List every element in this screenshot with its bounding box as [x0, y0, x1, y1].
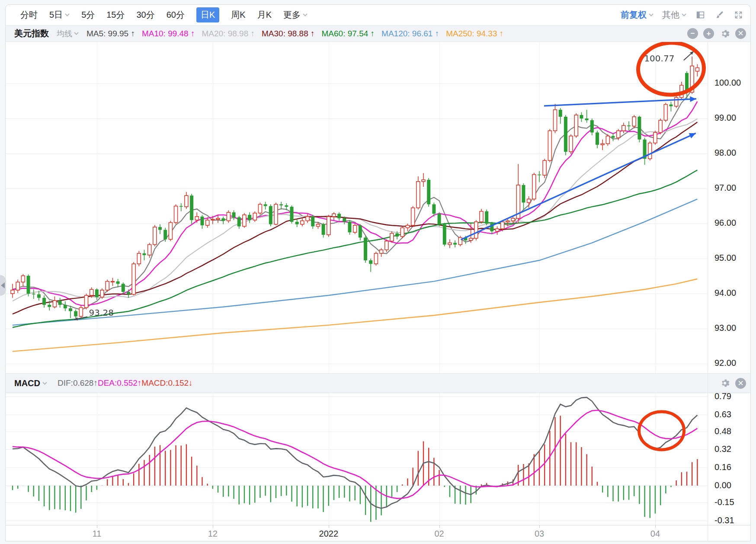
- price-axis-label: 92.00: [714, 358, 736, 368]
- zoom-in-icon[interactable]: +: [703, 28, 714, 39]
- price-axis-label: 100.00: [714, 78, 741, 88]
- price-axis-label: 98.00: [714, 148, 736, 158]
- ma-value: MA10: 99.48 ↑: [142, 29, 195, 38]
- timeframe-tab-label: 60分: [167, 9, 185, 21]
- month-tick: [539, 525, 540, 528]
- macd-panel-icons: ✕: [719, 378, 746, 389]
- price-axis-label: 96.00: [714, 218, 736, 228]
- timeframe-tab-label: 5日: [49, 9, 63, 21]
- chevron-down-icon: [649, 13, 653, 16]
- timeframe-tab-label: 日K: [201, 9, 215, 21]
- chevron-down-icon: [42, 382, 47, 385]
- chevron-down-icon: [303, 13, 308, 16]
- timeframe-tab-label: 月K: [257, 9, 272, 21]
- macd-chart[interactable]: [6, 393, 708, 525]
- timeframe-tab[interactable]: 30分: [137, 9, 155, 21]
- timeframe-tab-label: 30分: [137, 9, 155, 21]
- month-tick: [439, 525, 440, 528]
- macd-axis-label: 0.79: [714, 391, 731, 401]
- main-price-chart[interactable]: [6, 42, 708, 373]
- indicator-bar: 美元指数 均线 MA5: 99.95 ↑MA10: 99.48 ↑MA20: 9…: [6, 26, 750, 42]
- month-axis-label: 02: [434, 529, 444, 539]
- price-axis-label: 97.00: [714, 183, 736, 193]
- ma-value: MA120: 96.61 ↑: [381, 29, 439, 38]
- timeframe-tab[interactable]: 5分: [81, 9, 95, 21]
- price-axis-label: 93.00: [714, 323, 736, 333]
- timeframe-tab[interactable]: 5日: [49, 9, 70, 21]
- macd-value: MACD:0.152↓: [141, 378, 192, 387]
- timeframe-tab[interactable]: 分时: [20, 9, 38, 21]
- macd-header-bar: MACD DIF:0.628↑DEA:0.552↑MACD:0.152↓ ✕: [6, 373, 750, 393]
- month-axis-label: 2022: [319, 529, 339, 539]
- timeframe-tab[interactable]: 月K: [257, 9, 272, 21]
- ma-selector-label: 均线: [57, 29, 72, 39]
- macd-axis-label: -0.15: [714, 497, 734, 507]
- price-axis-label: 95.00: [714, 253, 736, 263]
- axis-divider: [708, 42, 708, 541]
- close-panel-icon[interactable]: ✕: [735, 28, 746, 39]
- ma-value: MA20: 98.98 ↑: [202, 29, 255, 38]
- macd-axis-label: -0.31: [714, 515, 734, 525]
- macd-value: DEA:0.552↑: [98, 378, 141, 387]
- collapse-left-handle[interactable]: [0, 275, 6, 296]
- macd-value: DIF:0.628↑: [58, 378, 98, 387]
- time-axis-strip: 11122022020304: [6, 525, 750, 541]
- chevron-down-icon: [682, 13, 686, 16]
- toolbar-right-group: 前复权其他: [621, 9, 743, 21]
- month-tick: [329, 525, 329, 528]
- chart-widget: 分时5日5分15分30分60分日K周K月K更多 前复权其他 美元指数 均线 MA…: [5, 4, 751, 541]
- macd-values-group: DIF:0.628↑DEA:0.552↑MACD:0.152↓: [58, 378, 193, 388]
- macd-axis-label: 0.00: [714, 480, 731, 490]
- chart-app-page: 分时5日5分15分30分60分日K周K月K更多 前复权其他 美元指数 均线 MA…: [0, 0, 756, 544]
- timeframe-tab[interactable]: 周K: [231, 9, 245, 21]
- month-axis-label: 03: [535, 529, 544, 539]
- ma-values-group: MA5: 99.95 ↑MA10: 99.48 ↑MA20: 98.98 ↑MA…: [86, 29, 510, 38]
- timeframe-tab[interactable]: 60分: [167, 9, 185, 21]
- ma-value: MA30: 98.88 ↑: [262, 29, 315, 38]
- timeframe-tabs: 分时5日5分15分30分60分日K周K月K更多: [20, 7, 308, 22]
- settings-gear-icon[interactable]: [719, 28, 730, 39]
- zoom-out-icon[interactable]: −: [687, 28, 698, 39]
- month-axis-label: 04: [650, 529, 660, 539]
- main-panel-icons: − + ✕: [687, 28, 746, 39]
- timeframe-tab[interactable]: 更多: [283, 9, 308, 21]
- timeframe-toolbar: 分时5日5分15分30分60分日K周K月K更多 前复权其他: [6, 5, 750, 26]
- adjust-mode-dropdown[interactable]: 前复权: [621, 9, 653, 21]
- timeframe-tab-label: 更多: [283, 9, 301, 21]
- macd-axis-label: 0.63: [714, 410, 731, 419]
- macd-indicator-dropdown[interactable]: MACD: [14, 378, 47, 388]
- timeframe-tab-label: 分时: [20, 9, 38, 21]
- macd-axis-label: 0.32: [714, 444, 731, 454]
- macd-axis-label: 0.16: [714, 462, 731, 472]
- fullscreen-icon[interactable]: [733, 10, 743, 20]
- macd-settings-gear-icon[interactable]: [719, 378, 730, 389]
- macd-close-icon[interactable]: ✕: [735, 378, 746, 389]
- chevron-down-icon: [74, 32, 79, 35]
- timeframe-tab-label: 5分: [81, 9, 95, 21]
- dropdown-label: 前复权: [621, 9, 647, 21]
- timeframe-tab-label: 周K: [231, 9, 245, 21]
- dropdown-label: 其他: [662, 9, 679, 21]
- timeframe-tab-selected[interactable]: 日K: [196, 7, 219, 22]
- ma-value: MA250: 94.33 ↑: [446, 29, 503, 38]
- price-axis-label: 99.00: [714, 113, 736, 123]
- ma-selector-dropdown[interactable]: 均线: [57, 29, 79, 39]
- macd-axis-label: 0.48: [714, 426, 731, 436]
- chevron-left-icon: [1, 282, 5, 288]
- month-axis-label: 12: [208, 529, 218, 539]
- price-axis-label: 94.00: [714, 288, 736, 298]
- ma-value: MA5: 99.95 ↑: [86, 29, 135, 38]
- month-tick: [213, 525, 213, 528]
- timeframe-tab[interactable]: 15分: [106, 9, 125, 21]
- ma-value: MA60: 97.54 ↑: [322, 29, 375, 38]
- month-tick: [655, 525, 656, 528]
- symbol-title: 美元指数: [14, 28, 49, 39]
- month-tick: [97, 525, 97, 528]
- month-axis-label: 11: [92, 529, 101, 539]
- brush-icon[interactable]: [714, 10, 724, 20]
- grid-layout-icon[interactable]: [695, 10, 705, 20]
- timeframe-tab-label: 15分: [106, 9, 125, 21]
- other-dropdown[interactable]: 其他: [662, 9, 686, 21]
- macd-title-label: MACD: [14, 378, 40, 388]
- chevron-down-icon: [65, 13, 70, 16]
